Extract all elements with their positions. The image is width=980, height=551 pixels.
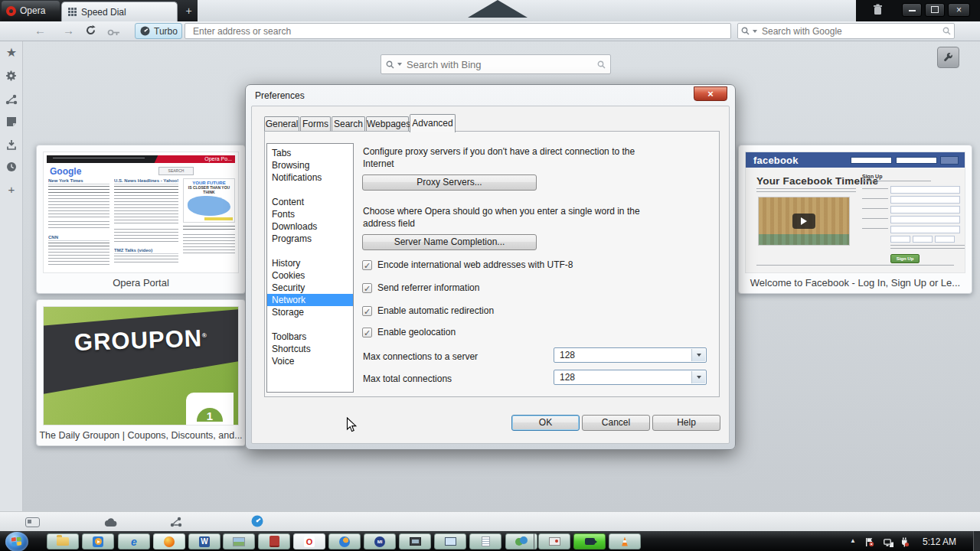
address-input[interactable]: [191, 25, 724, 37]
minimize-button[interactable]: [902, 3, 922, 17]
combo-arrow-icon[interactable]: [691, 349, 705, 361]
power-tray-button[interactable]: [900, 536, 909, 550]
taskbar-firefox[interactable]: [153, 533, 185, 549]
taskbar-vlc[interactable]: [609, 533, 641, 549]
start-button[interactable]: [5, 532, 28, 551]
taskbar-mi-app[interactable]: MI: [364, 533, 396, 549]
taskbar-globes-app[interactable]: [505, 533, 537, 549]
opera-menu-button[interactable]: Opera: [2, 1, 60, 21]
checkbox-box[interactable]: ✓: [362, 283, 372, 293]
section-cookies[interactable]: Cookies: [267, 269, 353, 282]
bing-search-bar[interactable]: [381, 54, 611, 74]
search-input[interactable]: [760, 25, 942, 37]
combo-arrow-icon[interactable]: [691, 371, 705, 383]
opera-unite-button[interactable]: [170, 517, 182, 530]
tab-general[interactable]: General: [264, 116, 299, 132]
taskbar-red-app[interactable]: [258, 533, 290, 549]
search-go-icon[interactable]: [942, 27, 951, 35]
forward-button[interactable]: →: [63, 24, 74, 37]
section-shortcuts[interactable]: Shortcuts: [267, 343, 353, 355]
turbo-status-button[interactable]: [251, 515, 263, 530]
taskbar-screen-capture[interactable]: [399, 533, 431, 549]
maximize-button[interactable]: [925, 3, 945, 17]
section-programs[interactable]: Programs: [267, 233, 353, 245]
checkbox-geolocation[interactable]: ✓ Enable geolocation: [362, 327, 456, 337]
new-tab-button[interactable]: +: [181, 5, 196, 17]
section-toolbars[interactable]: Toolbars: [267, 331, 353, 343]
taskbar-explorer[interactable]: [47, 533, 79, 549]
section-content[interactable]: Content: [267, 196, 353, 208]
dialog-close-button[interactable]: ×: [694, 86, 727, 101]
max-total-connections-select[interactable]: 128: [554, 370, 707, 385]
settings-panel-button[interactable]: [5, 70, 18, 85]
proxy-servers-button[interactable]: Proxy Servers...: [362, 174, 537, 191]
checkbox-box[interactable]: ✓: [362, 328, 372, 337]
taskbar-media-player[interactable]: [82, 533, 114, 549]
turbo-button[interactable]: Turbo: [135, 23, 182, 39]
checkbox-box[interactable]: ✓: [362, 260, 372, 270]
section-network[interactable]: Network: [267, 294, 353, 306]
taskbar-internet-explorer[interactable]: e: [118, 533, 150, 549]
bookmarks-panel-button[interactable]: ★: [5, 45, 18, 60]
server-name-completion-button[interactable]: Server Name Completion...: [362, 234, 537, 250]
taskbar-opera[interactable]: O: [293, 533, 325, 549]
close-window-button[interactable]: ×: [948, 3, 970, 17]
dialog-title[interactable]: Preferences: [255, 90, 305, 101]
section-storage[interactable]: Storage: [267, 306, 353, 318]
address-bar[interactable]: [185, 23, 731, 39]
taskbar-notepad[interactable]: [469, 533, 501, 549]
tab-webpages[interactable]: Webpages: [366, 116, 409, 132]
history-panel-button[interactable]: [5, 161, 18, 175]
checkbox-box[interactable]: ✓: [362, 306, 372, 316]
bing-search-input[interactable]: [405, 58, 597, 71]
reload-button[interactable]: [85, 24, 96, 39]
downloads-panel-button[interactable]: [5, 139, 18, 153]
action-center-button[interactable]: [865, 536, 874, 550]
checkbox-auto-redirection[interactable]: ✓ Enable automatic redirection: [362, 305, 494, 316]
cancel-button[interactable]: Cancel: [582, 415, 650, 431]
section-fonts[interactable]: Fonts: [267, 208, 353, 220]
taskbar-clock[interactable]: 5:12 AM: [916, 536, 963, 549]
ok-button[interactable]: OK: [511, 415, 580, 431]
section-security[interactable]: Security: [267, 282, 353, 294]
network-tray-button[interactable]: [884, 537, 894, 551]
section-history[interactable]: History: [267, 257, 353, 269]
panels-toggle-button[interactable]: [25, 517, 40, 527]
wand-key-button[interactable]: [107, 26, 120, 40]
section-browsing[interactable]: Browsing: [267, 159, 353, 171]
taskbar-card-app[interactable]: [538, 533, 570, 549]
dial-groupon[interactable]: GROUPON® 1 The Daily Groupon | Coupons, …: [36, 299, 246, 446]
search-engine-dropdown-icon[interactable]: [397, 63, 402, 66]
configure-speed-dial-button[interactable]: [937, 47, 959, 68]
notes-panel-button[interactable]: [5, 116, 18, 130]
opera-link-button[interactable]: [103, 517, 117, 530]
dial-facebook[interactable]: facebook Your Facebook Timeline Sign Up: [738, 145, 972, 294]
section-tabs[interactable]: Tabs: [267, 147, 353, 159]
taskbar-screen-recorder[interactable]: [573, 533, 606, 549]
help-button[interactable]: Help: [652, 415, 720, 431]
search-bar[interactable]: [737, 23, 955, 39]
add-panel-button[interactable]: +: [5, 183, 18, 196]
taskbar-word[interactable]: W: [188, 533, 220, 549]
tab-search[interactable]: Search: [332, 116, 365, 132]
section-voice[interactable]: Voice: [267, 355, 353, 367]
tray-expand-button[interactable]: ▲: [850, 537, 856, 544]
taskbar-monitor-app[interactable]: [434, 533, 466, 549]
dial-opera-portal[interactable]: Opera Po... Google SEARCH New York Times…: [36, 145, 246, 294]
section-notifications[interactable]: Notifications: [267, 171, 353, 184]
back-button[interactable]: ←: [34, 24, 46, 37]
taskbar-photo-viewer[interactable]: [223, 533, 255, 549]
checkbox-encode-utf8[interactable]: ✓ Encode international web addresses wit…: [362, 259, 573, 270]
search-engine-dropdown-icon[interactable]: [753, 30, 757, 33]
show-desktop-button[interactable]: [973, 531, 980, 551]
taskbar-globe-app[interactable]: [328, 533, 361, 549]
search-go-icon[interactable]: [597, 60, 606, 69]
checkbox-send-referrer[interactable]: ✓ Send referrer information: [362, 282, 479, 293]
section-downloads[interactable]: Downloads: [267, 220, 353, 233]
closed-tabs-trash-button[interactable]: [873, 4, 883, 18]
tab-advanced[interactable]: Advanced: [410, 114, 456, 132]
max-connections-server-select[interactable]: 128: [554, 347, 707, 363]
tab-speed-dial[interactable]: Speed Dial: [61, 2, 178, 21]
unite-panel-button[interactable]: [5, 94, 18, 108]
tab-forms[interactable]: Forms: [300, 116, 331, 132]
